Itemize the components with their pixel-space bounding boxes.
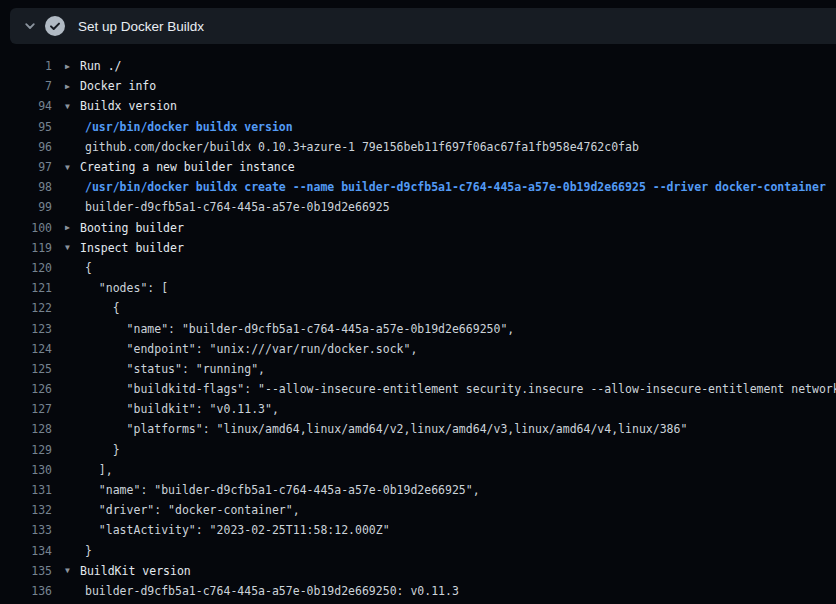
log-entry: "name": "builder-d9cfb5a1-c764-445a-a57e… [65, 322, 514, 336]
log-group-toggle[interactable]: ▼BuildKit version [65, 564, 191, 578]
log-entry: "endpoint": "unix:///var/run/docker.sock… [65, 342, 417, 356]
log-text: "buildkit": "v0.11.3", [85, 402, 279, 416]
log-line: 132 "driver": "docker-container", [0, 500, 836, 520]
line-number[interactable]: 97 [0, 160, 52, 174]
log-line: 120{ [0, 258, 836, 278]
log-text: Run ./ [80, 59, 122, 73]
log-line: 95/usr/bin/docker buildx version [0, 117, 836, 137]
log-line: 122 { [0, 298, 836, 318]
line-number[interactable]: 94 [0, 99, 52, 113]
triangle-down-icon: ▼ [65, 243, 80, 252]
log-line: 131 "name": "builder-d9cfb5a1-c764-445a-… [0, 480, 836, 500]
log-entry: "buildkit": "v0.11.3", [65, 402, 279, 416]
line-number[interactable]: 135 [0, 564, 52, 578]
log-group-toggle[interactable]: ▶Run ./ [65, 59, 122, 73]
log-line: 127 "buildkit": "v0.11.3", [0, 399, 836, 419]
line-number[interactable]: 123 [0, 322, 52, 336]
line-number[interactable]: 128 [0, 422, 52, 436]
line-number[interactable]: 122 [0, 301, 52, 315]
log-entry: /usr/bin/docker buildx create --name bui… [65, 180, 826, 194]
step-header[interactable]: Set up Docker Buildx [10, 8, 836, 44]
log-line: 119▼Inspect builder [0, 238, 836, 258]
log-entry: builder-d9cfb5a1-c764-445a-a57e-0b19d2e6… [65, 584, 459, 598]
log-group-toggle[interactable]: ▼Creating a new builder instance [65, 160, 295, 174]
line-number[interactable]: 126 [0, 382, 52, 396]
log-text: Buildx version [80, 99, 177, 113]
line-number[interactable]: 1 [0, 59, 52, 73]
line-number[interactable]: 98 [0, 180, 52, 194]
triangle-down-icon: ▼ [65, 102, 80, 111]
log-line: 133 "lastActivity": "2023-02-25T11:58:12… [0, 520, 836, 540]
line-number[interactable]: 119 [0, 241, 52, 255]
log-line: 126 "buildkitd-flags": "--allow-insecure… [0, 379, 836, 399]
line-number[interactable]: 95 [0, 120, 52, 134]
log-entry: builder-d9cfb5a1-c764-445a-a57e-0b19d2e6… [65, 200, 390, 214]
line-number[interactable]: 131 [0, 483, 52, 497]
log-line: 134} [0, 541, 836, 561]
log-group-toggle[interactable]: ▼Inspect builder [65, 241, 184, 255]
line-number[interactable]: 130 [0, 463, 52, 477]
line-number[interactable]: 136 [0, 584, 52, 598]
log-line: 7▶Docker info [0, 76, 836, 96]
log-text: builder-d9cfb5a1-c764-445a-a57e-0b19d2e6… [85, 584, 459, 598]
line-number[interactable]: 124 [0, 342, 52, 356]
triangle-right-icon: ▶ [65, 223, 80, 232]
log-line: 96github.com/docker/buildx 0.10.3+azure-… [0, 137, 836, 157]
line-number[interactable]: 120 [0, 261, 52, 275]
log-entry: "buildkitd-flags": "--allow-insecure-ent… [65, 382, 836, 396]
log-line: 99builder-d9cfb5a1-c764-445a-a57e-0b19d2… [0, 197, 836, 217]
check-circle-icon [45, 16, 65, 36]
line-number[interactable]: 129 [0, 443, 52, 457]
log-line: 124 "endpoint": "unix:///var/run/docker.… [0, 339, 836, 359]
log-text: "status": "running", [85, 362, 265, 376]
log-text: "nodes": [ [85, 281, 168, 295]
log-line: 136builder-d9cfb5a1-c764-445a-a57e-0b19d… [0, 581, 836, 601]
log-text: "endpoint": "unix:///var/run/docker.sock… [85, 342, 417, 356]
log-text: Creating a new builder instance [80, 160, 295, 174]
line-number[interactable]: 100 [0, 221, 52, 235]
log-group-toggle[interactable]: ▶Docker info [65, 79, 156, 93]
log-text: Booting builder [80, 221, 184, 235]
line-number[interactable]: 96 [0, 140, 52, 154]
log-text: { [85, 301, 120, 315]
log-entry: { [65, 261, 92, 275]
line-number[interactable]: 99 [0, 200, 52, 214]
line-number[interactable]: 7 [0, 79, 52, 93]
step-title: Set up Docker Buildx [78, 19, 204, 34]
log-text: Docker info [80, 79, 156, 93]
log-group-toggle[interactable]: ▶Booting builder [65, 221, 184, 235]
log-entry: ], [65, 463, 113, 477]
triangle-right-icon: ▶ [65, 62, 80, 71]
log-entry: } [65, 443, 120, 457]
line-number[interactable]: 125 [0, 362, 52, 376]
log-text: /usr/bin/docker buildx create --name bui… [85, 180, 826, 194]
log-text: github.com/docker/buildx 0.10.3+azure-1 … [85, 140, 639, 154]
line-number[interactable]: 132 [0, 503, 52, 517]
line-number[interactable]: 127 [0, 402, 52, 416]
line-number[interactable]: 133 [0, 523, 52, 537]
log-text: "driver": "docker-container", [85, 503, 300, 517]
log-text: ], [85, 463, 113, 477]
log-entry: "status": "running", [65, 362, 265, 376]
log-text: builder-d9cfb5a1-c764-445a-a57e-0b19d2e6… [85, 200, 390, 214]
log-entry: "driver": "docker-container", [65, 503, 300, 517]
log-entry: "platforms": "linux/amd64,linux/amd64/v2… [65, 422, 687, 436]
log-entry: } [65, 544, 92, 558]
line-number[interactable]: 134 [0, 544, 52, 558]
log-text: "buildkitd-flags": "--allow-insecure-ent… [85, 382, 836, 396]
log-line: 135▼BuildKit version [0, 561, 836, 581]
log-group-toggle[interactable]: ▼Buildx version [65, 99, 177, 113]
log-line: 128 "platforms": "linux/amd64,linux/amd6… [0, 419, 836, 439]
log-text: } [85, 443, 120, 457]
line-number[interactable]: 121 [0, 281, 52, 295]
log-text: } [85, 544, 92, 558]
log-line: 97▼Creating a new builder instance [0, 157, 836, 177]
log-entry: "nodes": [ [65, 281, 168, 295]
log-lines: 1▶Run ./7▶Docker info94▼Buildx version95… [0, 46, 836, 601]
log-entry: { [65, 301, 120, 315]
log-entry: "name": "builder-d9cfb5a1-c764-445a-a57e… [65, 483, 480, 497]
log-entry: "lastActivity": "2023-02-25T11:58:12.000… [65, 523, 390, 537]
triangle-right-icon: ▶ [65, 82, 80, 91]
chevron-down-icon[interactable] [18, 14, 42, 38]
triangle-down-icon: ▼ [65, 163, 80, 172]
